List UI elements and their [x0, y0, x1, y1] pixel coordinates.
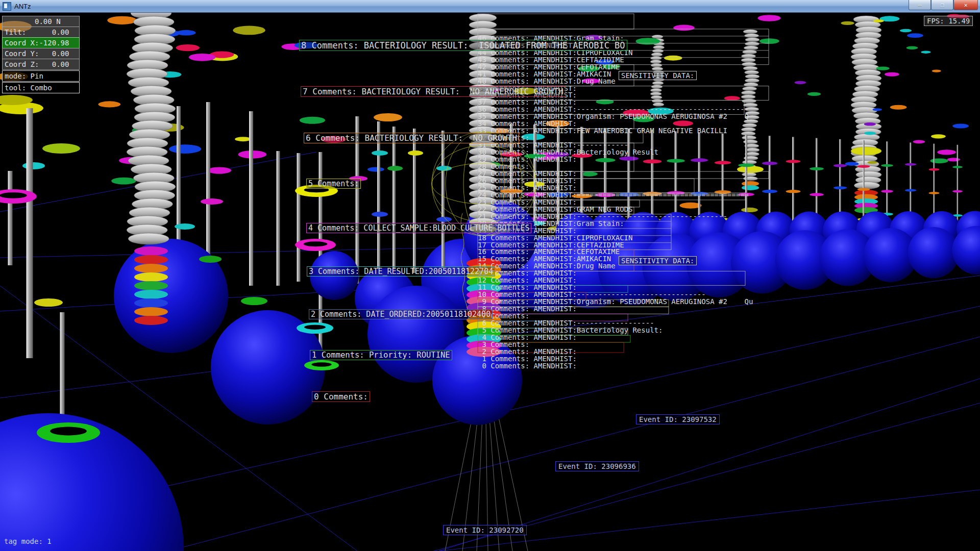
label-text: Comments: DATE_ORDERED:20050118102400	[320, 310, 491, 319]
hud-coord-y-readout[interactable]: Coord Y: 0.00	[2, 48, 80, 59]
hud-panel: 0.00 N Tilt: 0.00 Coord X:-120.98 Coord …	[2, 16, 80, 93]
hud-mode-toggle[interactable]: mode: Pin	[2, 70, 80, 82]
selected-object-label[interactable]: 8Comments: BACTERIOLOGY RESULT: ISOLATED…	[299, 40, 627, 51]
selected-object-label[interactable]: 3Comments: DATE_RESULTED:20050118122704	[307, 266, 495, 277]
sensitivity-data-tag: SENSITIVITY DATA:	[619, 71, 697, 80]
label-number: 7	[303, 87, 308, 96]
hud-tilt-readout[interactable]: Tilt: 0.00	[2, 27, 80, 38]
fps-readout: FPS: 15.49	[924, 16, 973, 26]
label-text: Comments: COLLECT_SAMPLE:BLOOD CULTURE B…	[317, 223, 529, 233]
hud-tool-toggle[interactable]: tool: Combo	[2, 82, 80, 93]
label-text: Comments: BACTERIOLOGY RESULT: NO GROWTH	[315, 133, 517, 143]
close-button[interactable]: ✕	[953, 0, 978, 10]
minimize-button[interactable]: –	[909, 0, 931, 10]
event-id-tag[interactable]: Event ID: 23092720	[443, 525, 527, 535]
title-bar[interactable]: ANTz – ❐ ✕	[0, 0, 980, 13]
selected-object-label[interactable]: 1Comments: Priority: ROUTINE	[310, 350, 452, 360]
selected-object-label[interactable]: 4Comments: COLLECT_SAMPLE:BLOOD CULTURE …	[306, 223, 531, 233]
status-panel: tag mode: 1 picked id: 90 recordID: 76 C…	[4, 522, 125, 551]
selected-object-label[interactable]: 0Comments:	[312, 391, 370, 402]
label-text: Comments:	[317, 179, 359, 188]
comment-row[interactable]: 0Comments: AMENDHIST:	[478, 363, 753, 370]
app-icon	[3, 2, 11, 11]
minimize-icon: –	[918, 2, 921, 9]
label-text: Comments:	[324, 392, 368, 402]
selected-object-label[interactable]: 6Comments: BACTERIOLOGY RESULT: NO GROWT…	[304, 133, 519, 143]
label-text: Comments: BACTERIOLOGY RESULT: ISOLATED …	[311, 40, 625, 51]
maximize-icon: ❐	[940, 2, 944, 9]
comment-list: 46Comments: AMENDHIST:Gram Stain:45Comme…	[478, 14, 753, 370]
comment-row-text: Comments: AMENDHIST:	[491, 362, 577, 370]
label-number: 3	[309, 267, 313, 276]
selected-object-label[interactable]: 7Comments: BACTERIOLOGY RESULT: NO ANAER…	[301, 86, 566, 97]
sensitivity-data-tag: SENSITIVITY DATA:	[619, 256, 697, 265]
label-number: 4	[308, 223, 313, 233]
hud-coord-x-readout[interactable]: Coord X:-120.98	[2, 37, 80, 48]
hud-heading-readout[interactable]: 0.00 N	[2, 16, 80, 27]
comment-row-number: 0	[478, 363, 486, 370]
label-text: Comments: BACTERIOLOGY RESULT: NO ANAERO…	[312, 87, 563, 96]
label-text: Comments: Priority: ROUTINE	[322, 350, 450, 360]
label-number: 6	[306, 133, 311, 143]
selected-object-label[interactable]: 2Comments: DATE_ORDERED:20050118102400	[309, 309, 493, 319]
event-id-tag[interactable]: Event ID: 23097532	[636, 414, 720, 424]
selected-object-label[interactable]: 5Comments:	[306, 179, 361, 189]
label-number: 8	[301, 40, 306, 51]
hud-coord-z-readout[interactable]: Coord Z: 0.00	[2, 59, 80, 70]
window-title: ANTz	[14, 3, 31, 10]
label-text: Comments: DATE_RESULTED:20050118122704	[318, 267, 493, 276]
antz-window: 46Comments: AMENDHIST:Gram Stain:45Comme…	[0, 0, 980, 551]
tag-mode-status: tag mode: 1	[4, 538, 125, 546]
label-number: 2	[311, 310, 315, 319]
label-number: 1	[312, 350, 316, 360]
label-number: 0	[314, 392, 319, 402]
event-id-tag[interactable]: Event ID: 23096936	[555, 461, 639, 471]
close-icon: ✕	[964, 2, 967, 9]
maximize-button[interactable]: ❐	[931, 0, 953, 10]
label-number: 5	[308, 179, 313, 188]
